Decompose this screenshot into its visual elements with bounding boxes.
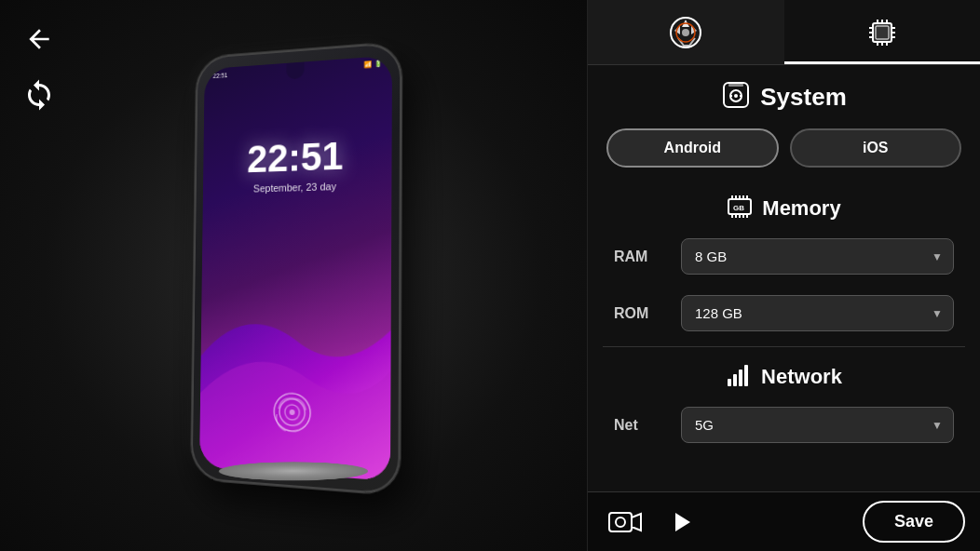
phone-wallpaper-wave bbox=[199, 245, 392, 481]
ios-button[interactable]: iOS bbox=[790, 128, 962, 168]
svg-rect-38 bbox=[733, 374, 737, 386]
svg-point-3 bbox=[290, 410, 295, 415]
back-button[interactable] bbox=[19, 19, 60, 60]
fingerprint-icon bbox=[269, 388, 315, 437]
chip-tab-icon bbox=[862, 12, 903, 53]
status-time: 22:51 bbox=[213, 72, 228, 79]
network-section: Network Net 2G 3G 4G 5G ▼ bbox=[603, 351, 965, 450]
net-label: Net bbox=[614, 417, 670, 434]
svg-rect-40 bbox=[744, 365, 748, 386]
phone-screen: 22:51 📶 🔋 22:51 September, 23 day bbox=[199, 56, 392, 481]
status-icons: 📶 🔋 bbox=[364, 60, 383, 68]
network-header: Network bbox=[603, 351, 965, 399]
rom-select-wrapper: 32 GB 64 GB 128 GB 256 GB 512 GB ▼ bbox=[681, 295, 954, 331]
content-scroll[interactable]: GB Memory RA bbox=[588, 182, 980, 491]
play-button[interactable] bbox=[659, 500, 703, 544]
ram-select[interactable]: 2 GB 4 GB 6 GB 8 GB 12 GB 16 GB bbox=[681, 238, 954, 275]
phone-mockup: 22:51 📶 🔋 22:51 September, 23 day bbox=[172, 38, 415, 504]
section-divider bbox=[603, 346, 965, 347]
net-select-wrapper: 2G 3G 4G 5G ▼ bbox=[681, 407, 954, 443]
camera-button[interactable] bbox=[603, 500, 647, 544]
system-header: System bbox=[588, 65, 980, 121]
save-button[interactable]: Save bbox=[863, 501, 965, 543]
android-button[interactable]: Android bbox=[606, 128, 779, 168]
svg-point-42 bbox=[616, 517, 625, 527]
customize-tab-icon bbox=[665, 12, 706, 53]
svg-text:GB: GB bbox=[733, 204, 744, 212]
net-row: Net 2G 3G 4G 5G ▼ bbox=[603, 399, 965, 450]
svg-rect-37 bbox=[728, 379, 731, 386]
svg-rect-41 bbox=[609, 513, 632, 531]
phone-viewer-panel: 22:51 📶 🔋 22:51 September, 23 day bbox=[0, 0, 587, 551]
bottom-bar: Save bbox=[588, 491, 980, 551]
ram-row: RAM 2 GB 4 GB 6 GB 8 GB 12 GB 16 GB ▼ bbox=[603, 231, 965, 282]
system-header-icon bbox=[721, 80, 751, 114]
memory-title: Memory bbox=[762, 196, 840, 221]
tab-customize[interactable] bbox=[588, 0, 784, 64]
svg-point-5 bbox=[682, 29, 689, 36]
phone-outer-shell: 22:51 📶 🔋 22:51 September, 23 day bbox=[191, 42, 402, 496]
platform-buttons-row: Android iOS bbox=[588, 121, 980, 182]
ram-select-wrapper: 2 GB 4 GB 6 GB 8 GB 12 GB 16 GB ▼ bbox=[681, 238, 954, 275]
svg-rect-22 bbox=[728, 84, 743, 87]
tab-bar bbox=[588, 0, 980, 65]
net-select[interactable]: 2G 3G 4G 5G bbox=[681, 407, 954, 443]
rom-select[interactable]: 32 GB 64 GB 128 GB 256 GB 512 GB bbox=[681, 295, 954, 331]
phone-clock: 22:51 September, 23 day bbox=[203, 131, 392, 195]
rotate-button[interactable] bbox=[19, 74, 60, 115]
phone-time: 22:51 bbox=[203, 131, 392, 182]
ram-label: RAM bbox=[614, 249, 670, 265]
tab-chip[interactable] bbox=[784, 0, 981, 64]
svg-rect-39 bbox=[739, 370, 742, 386]
system-title: System bbox=[760, 83, 847, 112]
rom-label: ROM bbox=[614, 305, 670, 322]
rom-row: ROM 32 GB 64 GB 128 GB 256 GB 512 GB ▼ bbox=[603, 288, 965, 339]
phone-notch bbox=[286, 61, 304, 79]
right-panel: System Android iOS GB bbox=[587, 0, 980, 551]
network-title: Network bbox=[761, 365, 842, 389]
svg-point-24 bbox=[734, 94, 738, 98]
memory-icon: GB bbox=[727, 194, 753, 223]
memory-header: GB Memory bbox=[603, 182, 965, 231]
network-icon bbox=[726, 362, 752, 392]
memory-section: GB Memory RA bbox=[603, 182, 965, 339]
